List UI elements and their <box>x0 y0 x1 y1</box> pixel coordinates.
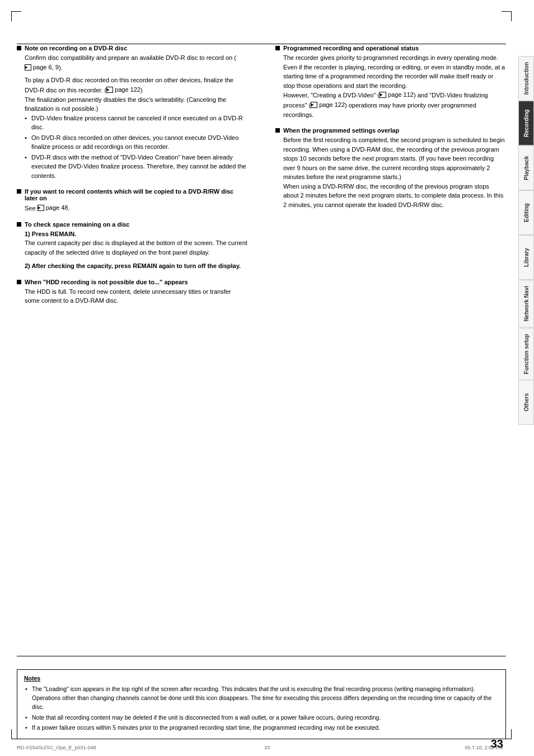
tab-function-setup[interactable]: Function setup <box>518 328 534 381</box>
bullet-icon <box>17 46 21 50</box>
footer-center: 33 <box>264 745 270 750</box>
section-check-space-title: To check space remaining on a disc <box>17 221 247 228</box>
footer-left: RD-XS54SU/SC_Ope_E_p031-048 <box>17 745 96 750</box>
section-programmed-title: Programmed recording and operational sta… <box>275 45 506 51</box>
tab-others[interactable]: Others <box>518 380 534 425</box>
list-item: DVD-Video finalize process cannot be can… <box>25 114 247 132</box>
section-note-dvdr-body: Confirm disc compatibility and prepare a… <box>17 53 247 180</box>
notes-section: Notes The "Loading" icon appears in the … <box>17 669 506 740</box>
bullet-icon-5 <box>275 46 280 50</box>
section-programmed-recording: Programmed recording and operational sta… <box>275 45 506 119</box>
section-check-space-body: 1) Press REMAIN. The current capacity pe… <box>17 229 247 271</box>
page-ref-3: page 48 <box>38 203 68 213</box>
section-programmed-body: The recorder gives priority to programme… <box>275 53 506 119</box>
section-copy-contents-body: See page 48. <box>17 203 247 213</box>
right-column: Programmed recording and operational sta… <box>270 45 506 313</box>
notes-item-2: Note that all recording content may be d… <box>24 713 499 722</box>
left-column: Note on recording on a DVD-R disc Confir… <box>17 45 253 313</box>
bullet-icon-4 <box>17 280 21 284</box>
section-overlap-body: Before the first recording is completed,… <box>275 135 506 209</box>
footer-right: 05.7.10, 2:58 PM <box>465 745 503 750</box>
page-ref-icon-2 <box>106 87 113 92</box>
section-hdd-not-possible: When "HDD recording is not possible due … <box>17 279 247 306</box>
corner-mark-tl <box>11 11 21 21</box>
tab-editing[interactable]: Editing <box>518 190 534 235</box>
section-note-dvdr: Note on recording on a DVD-R disc Confir… <box>17 45 247 180</box>
notes-list: The "Loading" icon appears in the top ri… <box>24 685 499 732</box>
section-overlap: When the programmed settings overlap Bef… <box>275 127 506 209</box>
bullet-icon-2 <box>17 189 21 194</box>
tab-recording[interactable]: Recording <box>518 101 534 145</box>
page-ref-2: page 122 <box>106 85 140 95</box>
section-copy-contents-title: If you want to record contents which wil… <box>17 188 247 201</box>
page-ref-5: page 122 <box>311 100 345 110</box>
notes-item-1: The "Loading" icon appears in the top ri… <box>24 685 499 711</box>
main-content: Note on recording on a DVD-R disc Confir… <box>17 45 506 689</box>
tab-introduction[interactable]: Introduction <box>518 56 534 101</box>
corner-mark-tr <box>502 11 512 21</box>
top-rule <box>17 44 506 44</box>
section-hdd-title: When "HDD recording is not possible due … <box>17 279 247 285</box>
side-navigation: Introduction Recording Playback Editing … <box>518 56 534 425</box>
section-note-dvdr-title: Note on recording on a DVD-R disc <box>17 45 247 51</box>
notes-item-3: If a power failure occurs within 5 minut… <box>24 724 499 732</box>
page-ref-icon-4 <box>380 92 386 97</box>
page-ref-4: page 112 <box>380 90 414 100</box>
page-ref-icon-5 <box>311 102 317 107</box>
tab-playback[interactable]: Playback <box>518 145 534 190</box>
notes-rule <box>17 656 506 656</box>
section-hdd-body: The HDD is full. To record new content, … <box>17 287 247 306</box>
page: Introduction Recording Playback Editing … <box>0 0 534 756</box>
notes-title: Notes <box>24 674 499 683</box>
bullet-icon-3 <box>17 222 21 227</box>
page-ref: page 6, 9 <box>25 63 59 72</box>
list-item: On DVD-R discs recorded on other devices… <box>25 133 247 152</box>
tab-library[interactable]: Library <box>518 235 534 280</box>
section-copy-contents: If you want to record contents which wil… <box>17 188 247 213</box>
list-item: DVD-R discs with the method of "DVD-Vide… <box>25 153 247 181</box>
section-overlap-title: When the programmed settings overlap <box>275 127 506 134</box>
section-check-space: To check space remaining on a disc 1) Pr… <box>17 221 247 271</box>
tab-network-navi[interactable]: Network Navi <box>518 280 534 327</box>
page-ref-icon-3 <box>38 205 44 210</box>
page-ref-icon <box>25 64 31 70</box>
bullet-icon-6 <box>275 128 280 133</box>
content-columns: Note on recording on a DVD-R disc Confir… <box>17 45 506 313</box>
